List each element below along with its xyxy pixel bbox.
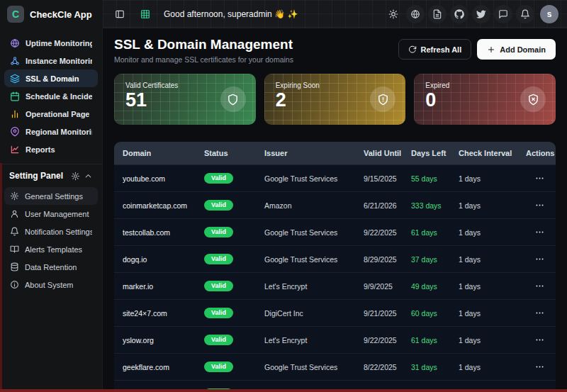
domain-cell: marker.io (123, 282, 204, 291)
status-cell: Valid (204, 308, 264, 319)
column-header-actions: Actions (526, 149, 554, 157)
content-header: SSL & Domain Management Monitor and mana… (114, 37, 556, 67)
brand: C CheckCle App (0, 0, 103, 28)
chevron-up-icon[interactable] (84, 172, 93, 181)
settings-item-notification-settings[interactable]: Notification Settings (4, 223, 98, 240)
sidebar-item-instance-monitoring[interactable]: Instance Monitoring (4, 52, 98, 69)
domain-cell: testcollab.com (123, 228, 204, 237)
column-header-domain: Domain (123, 149, 204, 157)
issuer-cell: DigiCert Inc (264, 309, 364, 318)
status-badge: Valid (204, 173, 233, 184)
line-chart-icon (10, 145, 20, 155)
sun-icon (388, 9, 398, 19)
refresh-all-label: Refresh All (421, 45, 462, 54)
settings-item-general-settings[interactable]: General Settings (4, 187, 98, 205)
screen-edge-artifact-left (0, 163, 2, 392)
row-actions-button[interactable] (532, 359, 547, 375)
header-actions: Refresh All Add Domain (398, 39, 556, 60)
sidebar-item-uptime-monitoring[interactable]: Uptime Monitoring (4, 34, 98, 52)
days-left-cell: 60 days (411, 309, 459, 318)
status-badge: Valid (204, 335, 233, 346)
settings-panel-header[interactable]: Setting Panel (0, 164, 102, 187)
settings-item-data-retention[interactable]: Data Retention (4, 258, 98, 276)
sidebar-item-regional-monitoring[interactable]: Regional Monitoring (4, 123, 98, 140)
globe-button[interactable] (406, 5, 425, 23)
row-actions-button[interactable] (532, 279, 547, 294)
file-button[interactable] (428, 5, 447, 23)
sidebar-item-reports[interactable]: Reports (4, 140, 98, 158)
user-icon (10, 209, 19, 218)
row-actions-button[interactable] (532, 198, 547, 213)
grid-view-icon (140, 9, 150, 19)
app-logo-letter: C (12, 9, 19, 20)
gear-icon[interactable] (71, 172, 80, 181)
table-row: yslow.orgValidLet's Encrypt9/22/202561 d… (114, 326, 556, 353)
grid-view-button[interactable] (137, 6, 154, 23)
sidebar-toggle-icon (115, 9, 125, 19)
github-icon (454, 9, 464, 19)
sidebar-toggle-button[interactable] (111, 6, 128, 23)
domain-cell: yslow.org (123, 336, 204, 345)
settings-item-label: Notification Settings (25, 228, 92, 236)
status-cell: Valid (204, 254, 264, 265)
shield-alert-icon (377, 94, 389, 106)
settings-item-label: User Management (25, 210, 89, 218)
user-avatar[interactable]: s (540, 5, 558, 23)
app-window: C CheckCle App Good afternoon, superadmi… (0, 0, 567, 392)
status-cell: Valid (204, 200, 264, 211)
twitter-button[interactable] (472, 5, 490, 23)
topbar-actions: s (384, 5, 558, 23)
settings-item-label: Alerts Templates (25, 245, 82, 254)
sidebar-item-ssl-domain[interactable]: SSL & Domain (4, 69, 98, 87)
domain-cell: geekflare.com (123, 363, 204, 371)
gear-icon (10, 191, 19, 201)
valid-until-cell: 6/21/2026 (364, 201, 411, 210)
sun-button[interactable] (384, 5, 403, 23)
status-cell: Valid (204, 227, 264, 238)
shield-check-icon (227, 94, 239, 106)
status-cell: Valid (204, 281, 264, 292)
row-actions-button[interactable] (532, 332, 547, 348)
table-row: site24×7.comValidDigiCert Inc9/21/202560… (114, 299, 556, 326)
nodes-icon (10, 56, 20, 66)
map-pin-icon (10, 127, 20, 137)
refresh-all-button[interactable]: Refresh All (398, 39, 472, 60)
status-badge: Valid (204, 362, 233, 373)
row-actions-button[interactable] (532, 306, 547, 321)
check-interval-cell: 1 days (459, 228, 526, 237)
settings-item-alerts-templates[interactable]: Alerts Templates (4, 240, 98, 258)
issuer-cell: Google Trust Services (264, 174, 364, 183)
bell-button[interactable] (516, 5, 534, 23)
more-icon (535, 254, 544, 264)
more-icon (535, 174, 544, 183)
status-badge: Valid (204, 281, 233, 292)
calendar-icon (10, 91, 20, 101)
sidebar-item-label: Reports (26, 145, 55, 154)
status-badge: Valid (204, 200, 233, 211)
add-domain-label: Add Domain (500, 45, 546, 54)
add-domain-button[interactable]: Add Domain (477, 39, 556, 60)
issuer-cell: Google Trust Services (264, 363, 364, 371)
chat-button[interactable] (494, 5, 512, 23)
more-icon (535, 362, 544, 371)
row-actions-button[interactable] (532, 225, 547, 240)
column-header-status: Status (204, 149, 264, 157)
sidebar-item-operational-page[interactable]: Operational Page (4, 105, 98, 123)
topbar: C CheckCle App Good afternoon, superadmi… (0, 0, 567, 28)
github-button[interactable] (450, 5, 468, 23)
valid-until-cell: 9/22/2025 (364, 336, 411, 345)
settings-item-user-management[interactable]: User Management (4, 205, 98, 223)
page-subtitle: Monitor and manage SSL certificates for … (114, 55, 293, 64)
days-left-cell: 37 days (411, 255, 459, 264)
sidebar-item-schedule-incident[interactable]: Schedule & Incident (4, 87, 98, 105)
row-actions-button[interactable] (532, 252, 547, 267)
column-header-valid-until: Valid Until (364, 149, 411, 157)
settings-item-about-system[interactable]: About System (4, 276, 98, 293)
valid-until-cell: 9/21/2025 (364, 309, 411, 318)
settings-panel-label: Setting Panel (9, 171, 63, 181)
greeting-text: Good afternoon, superadmin 👋 ✨ (164, 9, 298, 19)
actions-cell (526, 279, 547, 294)
twitter-icon (476, 9, 486, 19)
issuer-cell: Let's Encrypt (264, 336, 364, 345)
row-actions-button[interactable] (532, 171, 547, 186)
